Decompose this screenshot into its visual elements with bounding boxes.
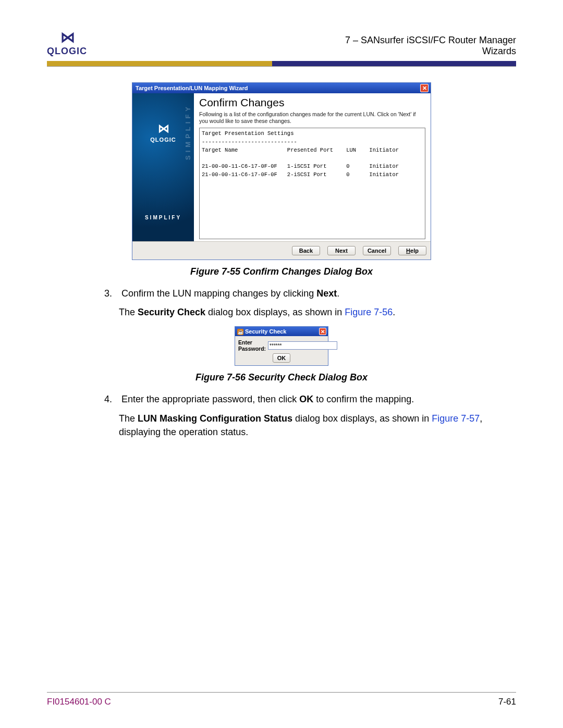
ok-button[interactable]: OK	[273, 353, 291, 363]
figure-7-56-link[interactable]: Figure 7-56	[345, 307, 393, 317]
step-3-line-1: 3. Confirm the LUN mapping changes by cl…	[104, 287, 506, 300]
step-4-line-2: The LUN Masking Configuration Status dia…	[119, 412, 506, 439]
listing-row-1: 21-00-00-11-C6-17-0F-0F 1-iSCSI Port 0 I…	[202, 163, 399, 169]
doc-number: FI0154601-00 C	[47, 697, 111, 707]
cancel-button[interactable]: Cancel	[363, 246, 391, 255]
password-label: Enter Password:	[238, 339, 266, 352]
sidebar-simplify-text: SIMPLIFY	[145, 215, 181, 220]
figure-55-caption: Figure 7-55 Confirm Changes Dialog Box	[47, 266, 516, 277]
page-footer: FI0154601-00 C 7-61	[47, 692, 516, 707]
java-icon: ☕	[237, 329, 243, 335]
security-title-text: Security Check	[245, 328, 286, 335]
step-3-number: 3.	[104, 287, 119, 300]
header-chapter: 7 – SANsurfer iSCSI/FC Router Manager	[345, 35, 516, 46]
back-button[interactable]: Back	[292, 246, 320, 255]
header-right: 7 – SANsurfer iSCSI/FC Router Manager Wi…	[345, 35, 516, 57]
sidebar-logo-glyph-icon: ⋈	[158, 122, 168, 135]
logo-glyph-icon: ⋈	[60, 29, 74, 46]
listing-row-2: 21-00-00-11-C6-17-0F-0F 2-iSCSI Port 0 I…	[202, 171, 399, 178]
wizard-titlebar: Target Presentation/LUN Mapping Wizard ✕	[132, 83, 431, 93]
step-4-number: 4.	[104, 392, 119, 406]
security-check-dialog: ☕Security Check ✕ Enter Password: OK	[235, 326, 328, 366]
step-4-line-1: 4. Enter the appropriate password, then …	[104, 392, 506, 406]
wizard-description: Following is a list of the configuration…	[199, 111, 425, 125]
step-3-line-2: The Security Check dialog box displays, …	[119, 305, 506, 319]
logo-brand-text: QLOGIC	[47, 46, 87, 57]
page-header: ⋈ QLOGIC 7 – SANsurfer iSCSI/FC Router M…	[47, 29, 516, 61]
wizard-heading: Confirm Changes	[199, 96, 425, 109]
page-number: 7-61	[498, 697, 516, 707]
listing-divider: -----------------------------	[202, 139, 297, 145]
security-titlebar: ☕Security Check ✕	[235, 327, 328, 336]
sidebar-brand-text: QLOGIC	[150, 137, 176, 143]
header-color-bar	[47, 61, 516, 66]
wizard-sidebar: SIMPLIFY ⋈ QLOGIC SIMPLIFY	[132, 93, 194, 241]
figure-7-57-link[interactable]: Figure 7-57	[432, 413, 480, 424]
wizard-title: Target Presentation/LUN Mapping Wizard	[136, 85, 248, 91]
listing-header: Target Presentation Settings	[202, 130, 293, 137]
wizard-listing: Target Presentation Settings -----------…	[199, 128, 425, 239]
help-button[interactable]: Help	[398, 246, 426, 255]
sidebar-vertical-word: SIMPLIFY	[184, 104, 192, 160]
listing-columns: Target Name Presented Port LUN Initiator	[202, 147, 399, 153]
next-button[interactable]: Next	[327, 246, 356, 255]
qlogic-logo: ⋈ QLOGIC	[47, 29, 87, 57]
confirm-changes-dialog: Target Presentation/LUN Mapping Wizard ✕…	[132, 82, 431, 260]
wizard-button-row: Back Next Cancel Help	[132, 241, 431, 260]
close-icon[interactable]: ✕	[319, 328, 326, 335]
close-icon[interactable]: ✕	[420, 84, 429, 92]
header-section: Wizards	[345, 46, 516, 57]
password-input[interactable]	[268, 341, 337, 350]
figure-56-caption: Figure 7-56 Security Check Dialog Box	[47, 372, 516, 383]
